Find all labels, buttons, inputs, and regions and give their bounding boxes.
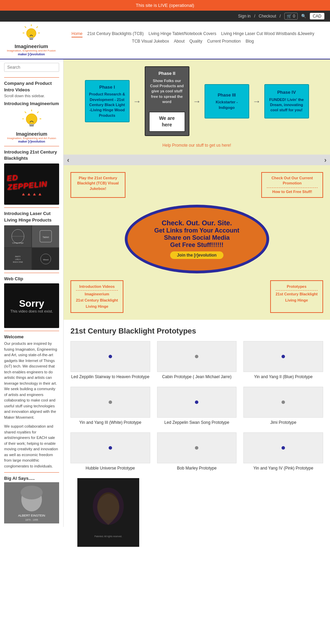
laser-thumbnail[interactable]: Living Hinge Tablet PARTY LIKE A ROCK ST… bbox=[4, 225, 59, 270]
prototype-8[interactable]: Bob Marley Prototype bbox=[157, 432, 237, 471]
lower-hero: Play the 21st Century Blacklight (TCB) V… bbox=[64, 165, 330, 320]
slider-divider: ‹ › bbox=[64, 155, 330, 165]
nav-blacklights[interactable]: 21st Century Blacklights (TCB) bbox=[87, 31, 144, 37]
introducing-laser-title: Introducing Laser Cut Living Hinge Produ… bbox=[4, 211, 59, 223]
prototype-2[interactable]: Cabin Prototype ( Jean Michael Jarre) bbox=[157, 341, 237, 380]
prototype-5-label: Led Zeppelin Swan Song Prototype bbox=[164, 420, 229, 426]
nav-living-hinge-laser[interactable]: Living Hinge Laser Cut Wood Wristbands &… bbox=[221, 31, 314, 37]
svg-line-10 bbox=[25, 112, 26, 113]
web-clip-sub-text: This video does not exist. bbox=[10, 309, 53, 313]
nav-area: Imagineerium Imagination, Engineering an… bbox=[0, 22, 330, 59]
nav-home[interactable]: Home bbox=[72, 31, 82, 37]
web-clip-title: Web Clip bbox=[4, 276, 59, 282]
welcome-sidebar-text: Our products are inspired by fusing Imag… bbox=[4, 341, 59, 420]
central-oval: Check. Out. Our. Site. Get Links from Yo… bbox=[125, 205, 269, 273]
sidebar-divider-3 bbox=[4, 207, 59, 208]
svg-line-1 bbox=[36, 26, 38, 28]
intro-videos-btn[interactable]: Introduction Videos Imagineerium 21st Ce… bbox=[70, 280, 123, 313]
svg-rect-6 bbox=[29, 37, 33, 39]
phase-arrow-1: → bbox=[133, 97, 141, 106]
cart-icon[interactable]: 🛒 0 bbox=[284, 13, 298, 20]
nav-jukebox[interactable]: TCB Visual Jukebox bbox=[132, 39, 169, 44]
prototype-7-label: Hubble Universe Prototype bbox=[86, 465, 135, 471]
svg-point-5 bbox=[26, 29, 36, 38]
sidebar-logo-bulb-icon bbox=[22, 110, 41, 131]
prototype-6[interactable]: Jimi Prototype bbox=[243, 387, 323, 426]
svg-point-28 bbox=[21, 486, 43, 499]
svg-text:1879 - 1955: 1879 - 1955 bbox=[25, 519, 38, 521]
company-section-title: Company and Product Intro Videos bbox=[4, 80, 59, 93]
prototype-1-thumb bbox=[70, 341, 150, 372]
search-icon[interactable]: 🔍 bbox=[301, 14, 306, 19]
featured-prototype[interactable]: Patented. All rights reserved. bbox=[70, 478, 323, 554]
top-banner: This site is LIVE (operational) bbox=[0, 0, 330, 11]
header: Sign in / Checkout / 🛒 0 🔍 CAD bbox=[0, 11, 330, 22]
prototype-8-label: Bob Marley Prototype bbox=[177, 465, 217, 471]
welcome-sidebar-text-2: We support collaboration and shared roya… bbox=[4, 423, 59, 469]
nav-blog[interactable]: Blog bbox=[245, 39, 254, 44]
sidebar-divider-5 bbox=[4, 331, 59, 331]
phase-diagram: Phase I Product Research & Development -… bbox=[70, 66, 323, 136]
we-are-here-label: We are here bbox=[149, 112, 185, 132]
join-revolution-btn[interactable]: Join the [r]evolution bbox=[170, 251, 223, 259]
logo[interactable]: Imagineerium Imagination, Engineering an… bbox=[7, 24, 56, 56]
checkout-link[interactable]: Checkout bbox=[259, 14, 276, 19]
slider-next[interactable]: › bbox=[324, 156, 327, 164]
introducing-blacklights-title: Introducing 21st Century Blacklights bbox=[4, 149, 59, 161]
nav-quality[interactable]: Quality bbox=[189, 39, 202, 44]
svg-point-13 bbox=[26, 114, 37, 125]
prototype-6-label: Jimi Prototype bbox=[270, 420, 296, 426]
prototype-7[interactable]: Hubble Universe Prototype bbox=[70, 432, 150, 471]
svg-text:Wood: Wood bbox=[43, 259, 48, 261]
sidebar-divider bbox=[4, 77, 59, 78]
hero-phase-diagram: Phase I Product Research & Development -… bbox=[64, 59, 330, 154]
prototype-2-thumb bbox=[157, 341, 237, 372]
search-input[interactable] bbox=[4, 63, 59, 72]
svg-text:Patented. All rights reserved.: Patented. All rights reserved. bbox=[95, 535, 122, 538]
phase-arrow-3: → bbox=[253, 97, 261, 106]
svg-text:LIKE A: LIKE A bbox=[15, 258, 21, 260]
slider-prev[interactable]: ‹ bbox=[67, 156, 69, 164]
prototype-6-thumb bbox=[243, 387, 323, 418]
promo-buttons: Play the 21st Century Blacklight (TCB) V… bbox=[70, 172, 323, 198]
svg-rect-7 bbox=[30, 39, 33, 40]
sign-in-link[interactable]: Sign in bbox=[238, 14, 251, 19]
body-layout: Company and Product Intro Videos Scroll … bbox=[0, 59, 330, 560]
prototype-1-label: Led Zeppilin Stairway to Heaven Prototyp… bbox=[71, 374, 149, 380]
prototype-9[interactable]: Yin and Yang IV (Pink) Prototype bbox=[243, 432, 323, 471]
laser-grid: Living Hinge Tablet PARTY LIKE A ROCK ST… bbox=[4, 225, 59, 270]
prototype-3[interactable]: Yin and Yang II (Blue) Prototype bbox=[243, 341, 323, 380]
big-al-image: ALBERT EINSTEIN 1879 - 1955 bbox=[4, 482, 59, 523]
currency-selector[interactable]: CAD bbox=[310, 13, 324, 20]
banner-text: This site is LIVE (operational) bbox=[136, 3, 194, 8]
nav-current-promotion[interactable]: Current Promotion bbox=[207, 39, 241, 44]
prototype-1[interactable]: Led Zeppilin Stairway to Heaven Prototyp… bbox=[70, 341, 150, 380]
phase-2-box: Phase II Show Folks our Cool Products an… bbox=[145, 66, 189, 136]
svg-text:Tablet: Tablet bbox=[42, 236, 49, 238]
promo-current-btn[interactable]: Check Out Our Current Promotion How to G… bbox=[261, 172, 323, 198]
prototypes-btn[interactable]: Prototypes 21st Century Blacklight Livin… bbox=[270, 280, 323, 313]
prototype-5[interactable]: Led Zeppelin Swan Song Prototype bbox=[157, 387, 237, 426]
blacklights-thumbnail[interactable]: ED ZEPPELIN 🔺🔺🔺🔺 bbox=[4, 163, 59, 205]
prototype-7-thumb bbox=[70, 432, 150, 463]
prototype-9-label: Yin and Yang IV (Pink) Prototype bbox=[253, 465, 314, 471]
welcome-sidebar-title: Welcome bbox=[4, 334, 59, 340]
nav-about[interactable]: About bbox=[174, 39, 185, 44]
help-promote-text: Help Promote our stuff to get us here! bbox=[70, 143, 323, 148]
prototype-3-label: Yin and Yang II (Blue) Prototype bbox=[254, 374, 313, 380]
nav-row-2: TCB Visual Jukebox About Quality Current… bbox=[132, 39, 254, 44]
web-clip-sorry-text: Sorry bbox=[19, 298, 44, 309]
phase-4-box: Phase IV FUNDED! Livin' the Dream, innov… bbox=[264, 84, 309, 118]
nav-living-hinge-tablet[interactable]: Living Hinge Tablet/Notebook Covers bbox=[148, 31, 216, 37]
svg-text:ROCK STAR: ROCK STAR bbox=[13, 261, 23, 263]
svg-rect-15 bbox=[30, 125, 34, 126]
phase-arrow-2: → bbox=[193, 97, 201, 106]
sidebar-divider-4 bbox=[4, 273, 59, 273]
bottom-promo-buttons: Introduction Videos Imagineerium 21st Ce… bbox=[70, 280, 323, 313]
prototype-2-label: Cabin Prototype ( Jean Michael Jarre) bbox=[162, 374, 231, 380]
prototype-4-thumb bbox=[70, 387, 150, 418]
prototype-4[interactable]: Yin and Yang III (White) Prototype bbox=[70, 387, 150, 426]
central-oval-wrapper: Check. Out. Our. Site. Get Links from Yo… bbox=[70, 205, 323, 273]
svg-text:ALBERT EINSTEIN: ALBERT EINSTEIN bbox=[18, 514, 45, 517]
promo-jukebox-btn[interactable]: Play the 21st Century Blacklight (TCB) V… bbox=[70, 172, 125, 198]
